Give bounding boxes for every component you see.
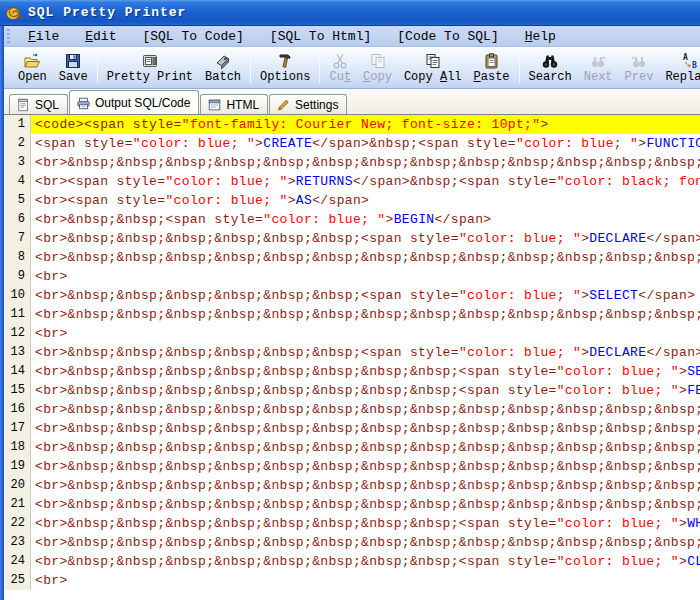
tab-settings[interactable]: Settings [269,94,347,114]
tab-sql[interactable]: SQL [9,94,68,114]
save-icon [64,52,82,70]
editor-line[interactable]: 13<br>&nbsp;&nbsp;&nbsp;&nbsp;&nbsp;&nbs… [4,343,700,362]
toolbar-button-save[interactable]: Save [53,49,94,87]
editor-line[interactable]: 21<br>&nbsp;&nbsp;&nbsp;&nbsp;&nbsp;&nbs… [4,495,700,514]
line-code[interactable]: <br>&nbsp;&nbsp;&nbsp;&nbsp;&nbsp;&nbsp;… [31,153,700,172]
line-code[interactable]: <br>&nbsp;&nbsp;&nbsp;&nbsp;&nbsp;&nbsp;… [31,438,700,457]
editor-line[interactable]: 25<br> [4,571,700,590]
line-code[interactable]: <br>&nbsp;&nbsp;&nbsp;&nbsp;&nbsp;&nbsp;… [31,400,700,419]
editor-line[interactable]: 6<br>&nbsp;&nbsp;<span style="color: blu… [4,210,700,229]
line-code[interactable]: <br>&nbsp;&nbsp;&nbsp;&nbsp;&nbsp;&nbsp;… [31,533,700,552]
editor-line[interactable]: 11<br>&nbsp;&nbsp;&nbsp;&nbsp;&nbsp;&nbs… [4,305,700,324]
menu-item-label: [SQL To Code] [142,29,243,44]
menu-grip[interactable] [7,29,10,43]
line-number: 19 [4,457,31,476]
toolbar-button-pretty-print[interactable]: Pretty Print [101,49,199,87]
editor-line[interactable]: 14<br>&nbsp;&nbsp;&nbsp;&nbsp;&nbsp;&nbs… [4,362,700,381]
toolbar-button-label: Pretty Print [107,71,193,84]
pretty-print-icon [141,52,159,70]
editor-line[interactable]: 8<br>&nbsp;&nbsp;&nbsp;&nbsp;&nbsp;&nbsp… [4,248,700,267]
menu-item-help[interactable]: Help [512,27,569,46]
line-number: 24 [4,552,31,571]
line-code[interactable]: <br><span style="color: blue; ">AS</span… [31,191,700,210]
toolbar-button-batch[interactable]: Batch [199,49,247,87]
toolbar-button-copy-all[interactable]: Copy All [398,49,468,87]
line-code[interactable]: <br> [31,324,700,343]
editor-line[interactable]: 1<code><span style="font-family: Courier… [4,115,700,134]
line-code[interactable]: <br>&nbsp;&nbsp;&nbsp;&nbsp;&nbsp;&nbsp;… [31,248,700,267]
code-editor[interactable]: 1<code><span style="font-family: Courier… [4,114,700,600]
menu-item-sql-to-html[interactable]: [SQL To Html] [257,27,384,46]
line-code[interactable]: <br>&nbsp;&nbsp;&nbsp;&nbsp;&nbsp;&nbsp;… [31,476,700,495]
tab-output-sql-code[interactable]: Output SQL/Code [69,90,199,114]
options-icon [276,52,294,70]
line-code[interactable]: <br>&nbsp;&nbsp;&nbsp;&nbsp;&nbsp;&nbsp;… [31,381,700,400]
toolbar-button-next[interactable]: Next [578,49,619,87]
editor-line[interactable]: 4<br><span style="color: blue; ">RETURNS… [4,172,700,191]
line-number: 21 [4,495,31,514]
html-doc-icon [207,98,222,112]
line-code[interactable]: <br>&nbsp;&nbsp;<span style="color: blue… [31,210,700,229]
editor-line[interactable]: 12<br> [4,324,700,343]
line-code[interactable]: <br>&nbsp;&nbsp;&nbsp;&nbsp;&nbsp;&nbsp;… [31,343,700,362]
copy-icon [369,52,387,70]
pencil-icon [276,98,291,112]
toolbar-button-replace[interactable]: ABReplace [659,49,700,87]
menu-item-file[interactable]: File [15,27,72,46]
editor-line[interactable]: 22<br>&nbsp;&nbsp;&nbsp;&nbsp;&nbsp;&nbs… [4,514,700,533]
editor-line[interactable]: 23<br>&nbsp;&nbsp;&nbsp;&nbsp;&nbsp;&nbs… [4,533,700,552]
toolbar-button-paste[interactable]: Paste [468,49,516,87]
editor-line[interactable]: 2<span style="color: blue; ">CREATE</spa… [4,134,700,153]
line-code[interactable]: <br> [31,267,700,286]
line-number: 5 [4,191,31,210]
editor-line[interactable]: 19<br>&nbsp;&nbsp;&nbsp;&nbsp;&nbsp;&nbs… [4,457,700,476]
line-code[interactable]: <br>&nbsp;&nbsp;&nbsp;&nbsp;&nbsp;&nbsp;… [31,514,700,533]
line-code[interactable]: <br>&nbsp;&nbsp;&nbsp;&nbsp;&nbsp;&nbsp;… [31,229,700,248]
editor-line[interactable]: 18<br>&nbsp;&nbsp;&nbsp;&nbsp;&nbsp;&nbs… [4,438,700,457]
editor-line[interactable]: 3<br>&nbsp;&nbsp;&nbsp;&nbsp;&nbsp;&nbsp… [4,153,700,172]
line-code[interactable]: <br>&nbsp;&nbsp;&nbsp;&nbsp;&nbsp;&nbsp;… [31,457,700,476]
editor-line[interactable]: 7<br>&nbsp;&nbsp;&nbsp;&nbsp;&nbsp;&nbsp… [4,229,700,248]
title-bar[interactable]: SQL Pretty Printer [0,0,700,26]
toolbar-button-copy[interactable]: Copy [357,49,398,87]
menu-item-code-to-sql[interactable]: [Code To SQL] [384,27,511,46]
editor-line[interactable]: 10<br>&nbsp;&nbsp;&nbsp;&nbsp;&nbsp;&nbs… [4,286,700,305]
editor-line[interactable]: 15<br>&nbsp;&nbsp;&nbsp;&nbsp;&nbsp;&nbs… [4,381,700,400]
toolbar-button-cut[interactable]: Cut [323,49,357,87]
line-code[interactable]: <br><span style="color: blue; ">RETURNS<… [31,172,700,191]
line-code[interactable]: <br> [31,571,700,590]
line-number: 23 [4,533,31,552]
editor-line[interactable]: 9<br> [4,267,700,286]
toolbar-button-label: Prev [625,71,654,84]
line-code[interactable]: <br>&nbsp;&nbsp;&nbsp;&nbsp;&nbsp;&nbsp;… [31,419,700,438]
editor-line[interactable]: 16<br>&nbsp;&nbsp;&nbsp;&nbsp;&nbsp;&nbs… [4,400,700,419]
svg-text:A: A [683,53,688,62]
app-icon[interactable] [5,4,23,22]
line-code[interactable]: <span style="color: blue; ">CREATE</span… [31,134,700,153]
editor-line[interactable]: 5<br><span style="color: blue; ">AS</spa… [4,191,700,210]
tab-html[interactable]: HTML [200,94,268,114]
line-number: 11 [4,305,31,324]
editor-line[interactable]: 24<br>&nbsp;&nbsp;&nbsp;&nbsp;&nbsp;&nbs… [4,552,700,571]
line-code[interactable]: <br>&nbsp;&nbsp;&nbsp;&nbsp;&nbsp;&nbsp;… [31,362,700,381]
line-code[interactable]: <br>&nbsp;&nbsp;&nbsp;&nbsp;&nbsp;&nbsp;… [31,286,700,305]
editor-line[interactable]: 20<br>&nbsp;&nbsp;&nbsp;&nbsp;&nbsp;&nbs… [4,476,700,495]
line-code[interactable]: <br>&nbsp;&nbsp;&nbsp;&nbsp;&nbsp;&nbsp;… [31,552,700,571]
editor-line[interactable]: 17<br>&nbsp;&nbsp;&nbsp;&nbsp;&nbsp;&nbs… [4,419,700,438]
line-code[interactable]: <br>&nbsp;&nbsp;&nbsp;&nbsp;&nbsp;&nbsp;… [31,305,700,324]
toolbar-button-search[interactable]: Search [523,49,578,87]
toolbar-button-options[interactable]: Options [254,49,316,87]
line-code[interactable]: <code><span style="font-family: Courier … [31,115,700,134]
batch-icon [214,52,232,70]
toolbar: OpenSavePretty PrintBatchOptionsCutCopyC… [4,47,700,89]
toolbar-button-label: Copy [363,71,392,84]
line-number: 4 [4,172,31,191]
line-number: 16 [4,400,31,419]
line-number: 25 [4,571,31,590]
menu-item-sql-to-code[interactable]: [SQL To Code] [129,27,256,46]
line-number: 22 [4,514,31,533]
menu-item-edit[interactable]: Edit [72,27,129,46]
line-code[interactable]: <br>&nbsp;&nbsp;&nbsp;&nbsp;&nbsp;&nbsp;… [31,495,700,514]
toolbar-button-open[interactable]: Open [12,49,53,87]
toolbar-button-prev[interactable]: Prev [619,49,660,87]
